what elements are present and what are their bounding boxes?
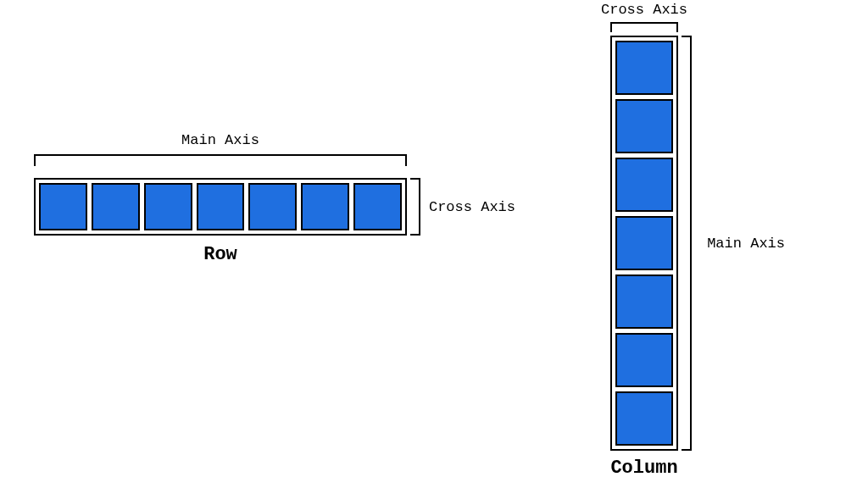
column-item: [615, 216, 673, 270]
column-cross-axis-label: Cross Axis: [593, 2, 695, 18]
row-item: [197, 183, 245, 230]
column-item: [615, 274, 673, 329]
column-main-axis-bracket: [682, 36, 692, 451]
row-diagram: Main Axis Cross Axis Row: [34, 178, 407, 236]
row-item: [301, 183, 349, 230]
column-flex-container: [610, 36, 678, 451]
column-item: [615, 99, 673, 153]
column-title: Column: [602, 458, 687, 479]
row-cross-axis-label: Cross Axis: [429, 178, 515, 236]
column-item: [615, 391, 673, 446]
row-main-axis-label: Main Axis: [34, 132, 407, 148]
row-main-axis-bracket: [34, 154, 407, 166]
column-diagram: Cross Axis Main Axis Column: [610, 36, 678, 451]
column-item: [615, 333, 673, 387]
column-item: [615, 41, 673, 95]
row-item: [92, 183, 140, 230]
row-item: [144, 183, 192, 230]
row-item: [39, 183, 87, 230]
column-cross-axis-bracket: [610, 22, 678, 32]
column-item: [615, 158, 673, 212]
row-flex-container: [34, 178, 407, 236]
row-cross-axis-bracket: [410, 178, 420, 236]
row-item: [353, 183, 402, 230]
column-main-axis-label: Main Axis: [707, 36, 785, 451]
row-item: [248, 183, 297, 230]
row-title: Row: [34, 244, 407, 265]
